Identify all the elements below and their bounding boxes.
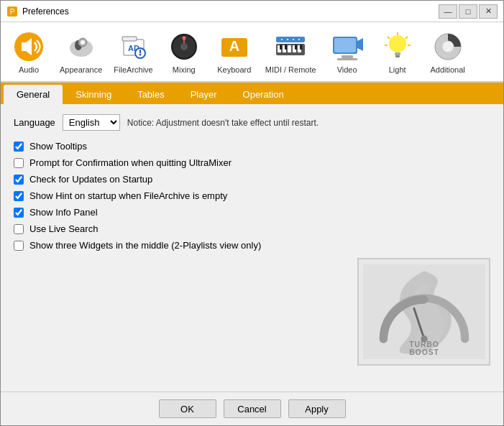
toolbar-light-label: Light: [389, 65, 406, 74]
svg-text:TURBO: TURBO: [409, 341, 439, 348]
show-tooltips-label[interactable]: Show Tooltips: [29, 141, 87, 152]
show-hint-label[interactable]: Show Hint on startup when FileArchive is…: [29, 190, 227, 201]
toolbar-keyboard[interactable]: A Keyboard: [209, 27, 260, 77]
checkbox-show-hint: Show Hint on startup when FileArchive is…: [14, 190, 490, 201]
notice-text: Notice: Adjustment doesn't take effect u…: [127, 118, 319, 128]
turbo-area: TURBO BOOST: [14, 258, 490, 366]
check-updates-label[interactable]: Check for Updates on Startup: [29, 174, 152, 185]
svg-rect-44: [395, 55, 400, 57]
checkbox-show-info-panel: Show Info Panel: [14, 207, 490, 218]
language-row: Language English German French Spanish N…: [14, 114, 490, 131]
window-title: Preferences: [22, 6, 439, 17]
language-select[interactable]: English German French Spanish: [63, 114, 120, 131]
appearance-icon: [64, 29, 98, 64]
svg-rect-32: [276, 37, 305, 42]
svg-rect-29: [285, 45, 287, 50]
tab-operation[interactable]: Operation: [230, 85, 297, 104]
svg-point-42: [389, 35, 406, 52]
svg-rect-43: [395, 52, 400, 55]
three-widgets-checkbox[interactable]: [14, 241, 24, 251]
tab-bar: General Skinning Tables Player Operation: [1, 83, 503, 104]
prompt-confirmation-checkbox[interactable]: [14, 158, 24, 168]
toolbar-appearance[interactable]: Appearance: [54, 27, 108, 77]
prompt-confirmation-label[interactable]: Prompt for Confirmation when quitting Ul…: [29, 157, 232, 168]
svg-rect-31: [300, 45, 302, 50]
toolbar-audio-label: Audio: [19, 65, 39, 74]
minimize-button[interactable]: —: [439, 4, 457, 19]
three-widgets-label[interactable]: Show three Widgets in the middle (2-Play…: [29, 240, 261, 251]
tab-skinning[interactable]: Skinning: [63, 85, 124, 104]
turbo-boost-svg: TURBO BOOST: [363, 261, 485, 362]
additional-icon: [431, 29, 465, 64]
toolbar-midi-label: MIDI / Remote: [265, 65, 316, 74]
toolbar-additional-label: Additional: [430, 65, 464, 74]
svg-point-17: [180, 43, 188, 50]
audio-icon: [12, 29, 46, 64]
show-info-panel-label[interactable]: Show Info Panel: [29, 207, 98, 218]
window-icon: P: [6, 6, 18, 17]
live-search-checkbox[interactable]: [14, 224, 24, 234]
preferences-window: P Preferences — □ ✕ Audio: [0, 0, 504, 426]
svg-rect-38: [334, 38, 356, 52]
show-tooltips-checkbox[interactable]: [14, 142, 24, 152]
svg-text:P: P: [10, 8, 15, 16]
window-controls: — □ ✕: [439, 4, 498, 19]
checkbox-prompt-confirmation: Prompt for Confirmation when quitting Ul…: [14, 157, 490, 168]
svg-point-14: [139, 54, 141, 56]
checkbox-show-tooltips: Show Tooltips: [14, 141, 490, 152]
toolbar-video[interactable]: Video: [322, 27, 372, 77]
content-area: Language English German French Spanish N…: [1, 104, 503, 392]
svg-rect-25: [288, 45, 291, 52]
turbo-boost-graphic: TURBO BOOST: [357, 258, 490, 366]
toolbar-appearance-label: Appearance: [60, 65, 102, 74]
toolbar-additional[interactable]: Additional: [423, 27, 473, 77]
mixing-icon: [167, 29, 201, 64]
svg-rect-41: [337, 58, 357, 60]
video-icon: [330, 29, 365, 64]
checkbox-three-widgets: Show three Widgets in the middle (2-Play…: [14, 240, 490, 251]
svg-point-7: [81, 40, 85, 45]
live-search-label[interactable]: Use Live Search: [29, 223, 98, 234]
filearchive-icon: AD: [116, 29, 151, 64]
toolbar-video-label: Video: [337, 65, 357, 74]
svg-point-51: [442, 41, 454, 52]
show-hint-checkbox[interactable]: [14, 191, 24, 201]
svg-line-46: [406, 37, 408, 39]
show-info-panel-checkbox[interactable]: [14, 208, 24, 218]
toolbar-filearchive-label: FileArchive: [114, 65, 152, 74]
tab-tables[interactable]: Tables: [124, 85, 178, 104]
language-label: Language: [14, 117, 55, 128]
check-updates-checkbox[interactable]: [14, 175, 24, 185]
toolbar-filearchive[interactable]: AD FileArchive: [108, 27, 158, 77]
svg-line-48: [388, 37, 390, 39]
light-icon: [380, 29, 415, 64]
apply-button[interactable]: Apply: [288, 399, 346, 418]
cancel-button[interactable]: Cancel: [224, 399, 281, 418]
midi-remote-icon: [273, 29, 308, 64]
toolbar-mixing-label: Mixing: [173, 65, 196, 74]
titlebar: P Preferences — □ ✕: [1, 1, 503, 22]
maximize-button[interactable]: □: [459, 4, 477, 19]
footer: OK Cancel Apply: [1, 392, 503, 425]
ok-button[interactable]: OK: [159, 399, 216, 418]
svg-rect-28: [280, 45, 282, 50]
svg-rect-30: [295, 45, 297, 50]
checkbox-live-search: Use Live Search: [14, 223, 490, 234]
tab-player[interactable]: Player: [178, 85, 230, 104]
svg-text:A: A: [229, 38, 239, 54]
svg-rect-9: [122, 37, 137, 41]
tab-general[interactable]: General: [4, 85, 63, 104]
svg-text:BOOST: BOOST: [409, 348, 439, 356]
close-button[interactable]: ✕: [479, 4, 498, 19]
toolbar-mixing[interactable]: Mixing: [159, 27, 209, 77]
keyboard-icon: A: [217, 29, 252, 64]
svg-rect-40: [342, 55, 353, 58]
toolbar-light[interactable]: Light: [372, 27, 423, 77]
toolbar: Audio Appearance AD: [1, 22, 503, 83]
toolbar-audio[interactable]: Audio: [4, 27, 54, 77]
svg-marker-39: [357, 38, 363, 51]
toolbar-midi-remote[interactable]: MIDI / Remote: [260, 27, 322, 77]
toolbar-keyboard-label: Keyboard: [217, 65, 251, 74]
checkbox-check-updates: Check for Updates on Startup: [14, 174, 490, 185]
